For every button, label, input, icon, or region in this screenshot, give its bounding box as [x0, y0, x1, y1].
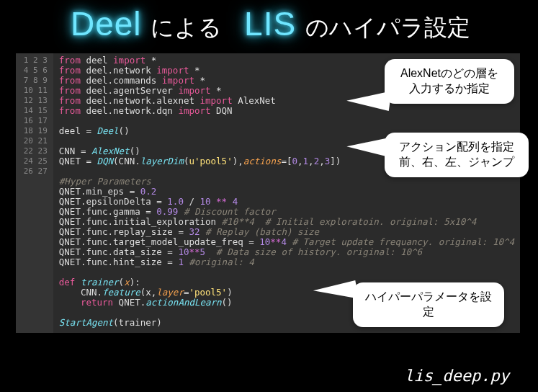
line-number-gutter: 1 2 3 4 5 6 7 8 9 10 11 12 13 14 15 16 1… [16, 53, 53, 333]
callout-actions-spec: アクション配列を指定 前、右、左、ジャンプ [385, 133, 529, 177]
title-jp1: による [151, 14, 222, 40]
slide-title: Deel による LIS のハイパラ設定 [0, 4, 538, 44]
slide-root: Deel による LIS のハイパラ設定 1 2 3 4 5 6 7 8 9 1… [0, 0, 538, 392]
title-brand-deel: Deel [68, 5, 145, 43]
callout-hyperparams: ハイパーパラメータを設定 [353, 282, 504, 327]
callout-text: ハイパーパラメータを設定 [365, 290, 492, 318]
callout-text: AlexNetのどの層を [400, 67, 498, 79]
title-brand-lis: LIS [241, 5, 299, 43]
callout-text: 入力するか指定 [409, 82, 490, 94]
title-jp2: のハイパラ設定 [305, 14, 470, 40]
callout-text: アクション配列を指定 [399, 141, 514, 153]
callout-layer-spec: AlexNetのどの層を 入力するか指定 [385, 59, 514, 104]
callout-text: 前、右、左、ジャンプ [399, 156, 514, 168]
filename-label: lis_deep.py [404, 367, 509, 385]
